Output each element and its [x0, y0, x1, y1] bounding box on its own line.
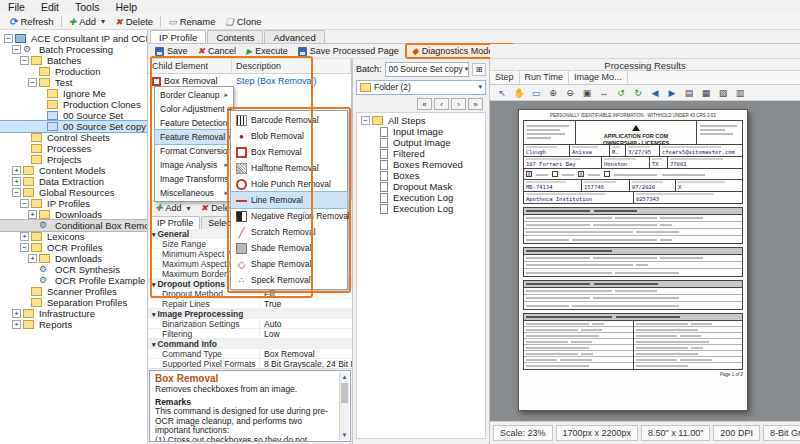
expander-icon[interactable] [4, 34, 13, 43]
tree-item[interactable]: Production [0, 66, 147, 77]
expander-icon[interactable] [369, 127, 378, 136]
expander-icon[interactable] [12, 309, 21, 318]
property-value[interactable]: Auto [260, 319, 352, 329]
submenu-item[interactable]: Speck Removal [231, 272, 347, 288]
expander-icon[interactable] [12, 188, 21, 197]
results-column-header[interactable]: Run Time [520, 71, 570, 84]
submenu-item[interactable]: Blob Removal [231, 128, 347, 144]
pan-hand-icon[interactable]: ✋ [511, 86, 527, 100]
expander-icon[interactable] [12, 177, 21, 186]
scroll-thumb[interactable] [341, 383, 348, 403]
expander-icon[interactable] [28, 221, 37, 230]
expander-icon[interactable] [361, 116, 370, 125]
expander-icon[interactable] [28, 78, 37, 87]
context-menu-item[interactable]: Feature Detection [155, 116, 233, 130]
tree-item[interactable]: ACE Consultant IP and OCR [0, 33, 147, 44]
submenu-item[interactable]: Negative Region Removal [231, 208, 347, 224]
column-child-element[interactable]: Child Element [148, 59, 232, 73]
tree-item[interactable]: Control Sheets [0, 132, 147, 143]
refresh-button[interactable]: Refresh [4, 15, 59, 29]
menubar-item[interactable]: Tools [67, 1, 108, 13]
property-value[interactable]: Box Removal [260, 349, 352, 359]
property-row[interactable]: Repair Lines True [148, 299, 352, 309]
tree-item[interactable]: Production Clones [0, 99, 147, 110]
next-page-button[interactable]: › [451, 98, 466, 110]
submenu-item[interactable]: Halftone Removal [231, 160, 347, 176]
submenu-item[interactable]: Shape Removal [231, 256, 347, 272]
tree-item[interactable]: Batch Processing [0, 44, 147, 55]
tree-item[interactable]: OCR Synthesis [0, 264, 147, 275]
rotate-left-icon[interactable]: ↺ [613, 86, 629, 100]
property-row[interactable]: Command Type Box Removal [148, 349, 352, 359]
expander-icon[interactable] [36, 89, 45, 98]
expander-icon[interactable] [28, 254, 37, 263]
submenu-item[interactable]: Hole Punch Removal [231, 176, 347, 192]
grid-icon[interactable]: ▦ [698, 86, 714, 100]
expander-icon[interactable] [12, 166, 21, 175]
pointer-icon[interactable]: ↖ [494, 86, 510, 100]
scroll-up-icon[interactable]: ▲ [340, 372, 349, 382]
submenu-item[interactable]: Barcode Removal [231, 112, 347, 128]
batch-tree-item[interactable]: Execution Log [357, 192, 485, 203]
tree-item[interactable]: Conditional Box Removal [0, 220, 147, 231]
tree-item[interactable]: Batches [0, 55, 147, 66]
expander-icon[interactable] [20, 144, 29, 153]
tree-item[interactable]: Test [0, 77, 147, 88]
tree-item[interactable]: OCR Profile Example [0, 275, 147, 286]
property-row[interactable]: Supported Pixel Formats 8 Bit Grayscale,… [148, 359, 352, 369]
previous-image-icon[interactable]: ◀ [647, 86, 663, 100]
zoom-out-icon[interactable]: ⊖ [562, 86, 578, 100]
image-viewer[interactable]: PERSONALLY IDENTIFIABLE INFORMATION - WI… [490, 101, 800, 421]
property-value[interactable]: Low [260, 329, 352, 339]
property-row[interactable]: Binarization Settings Auto [148, 319, 352, 329]
batch-tree-item[interactable]: Boxes Removed [357, 159, 485, 170]
context-menu-item[interactable]: Image Analysis [155, 158, 233, 172]
child-step-description-link[interactable]: Step (Box Removal) [236, 76, 317, 86]
expander-icon[interactable] [20, 56, 29, 65]
column-description[interactable]: Description [232, 59, 351, 73]
expander-icon[interactable] [369, 149, 378, 158]
tree-item[interactable]: Scanner Profiles [0, 286, 147, 297]
expander-icon[interactable] [20, 298, 29, 307]
expander-icon[interactable] [28, 67, 37, 76]
menubar-item[interactable]: File [0, 1, 33, 13]
expander-icon[interactable] [369, 193, 378, 202]
expander-icon[interactable] [20, 133, 29, 142]
tree-item[interactable]: Downloads [0, 253, 147, 264]
batch-tree-item[interactable]: Filtered [357, 148, 485, 159]
expander-icon[interactable] [369, 138, 378, 147]
expander-icon[interactable] [20, 232, 29, 241]
editor-tab[interactable]: Advanced [264, 30, 324, 43]
expander-icon[interactable] [36, 100, 45, 109]
expander-icon[interactable] [369, 182, 378, 191]
property-row[interactable]: Filtering Low [148, 329, 352, 339]
batch-tree-item[interactable]: All Steps [357, 115, 485, 126]
expander-icon[interactable] [20, 199, 29, 208]
tree-item[interactable]: 00 Source Set copy [0, 121, 147, 132]
tree-item[interactable]: Data Extraction [0, 176, 147, 187]
tree-item[interactable]: Separation Profiles [0, 297, 147, 308]
expander-icon[interactable] [12, 45, 21, 54]
expander-icon[interactable] [369, 204, 378, 213]
first-page-button[interactable]: « [417, 98, 432, 110]
tree-item[interactable]: Reports [0, 319, 147, 330]
submenu-item[interactable]: Line Removal [231, 192, 347, 208]
expander-icon[interactable] [20, 243, 29, 252]
overlay-icon[interactable]: ▨ [715, 86, 731, 100]
fit-page-icon[interactable]: ▣ [579, 86, 595, 100]
child-step-cell[interactable]: Box Removal [148, 76, 232, 86]
execute-button[interactable]: Execute [241, 44, 293, 58]
tree-item[interactable]: Downloads [0, 209, 147, 220]
save-button[interactable]: Save [150, 44, 193, 58]
batch-tree-item[interactable]: Boxes [357, 170, 485, 181]
tree-item[interactable]: Projects [0, 154, 147, 165]
batch-tree-item[interactable]: Execution Log [357, 203, 485, 214]
folder-combobox[interactable]: Folder (2) [356, 80, 486, 95]
batch-combobox[interactable]: 00 Source Set copy [385, 62, 469, 77]
context-menu-item[interactable]: Feature Removal [155, 130, 233, 144]
previous-page-button[interactable]: ‹ [434, 98, 449, 110]
results-column-header[interactable]: Image Mo... [569, 71, 628, 84]
property-row[interactable]: Dropout Method Fill [148, 289, 352, 299]
expander-icon[interactable] [28, 265, 37, 274]
clone-button[interactable]: Clone [221, 15, 267, 29]
